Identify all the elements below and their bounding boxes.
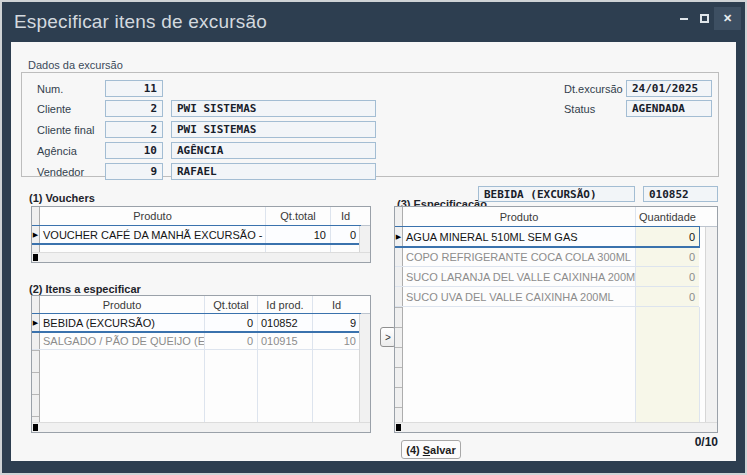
spec-quantidade-cell[interactable]: 0 — [635, 227, 699, 246]
spec-quantidade-cell[interactable]: 0 — [635, 287, 699, 306]
vouchers-section-label: (1) Vouchers — [29, 192, 95, 204]
vouchers-col-qttotal: Qt.total — [265, 207, 330, 225]
maximize-button[interactable] — [694, 7, 714, 30]
scrollbar-thumb[interactable] — [33, 424, 38, 431]
row-selector-cell — [395, 287, 403, 306]
cliente-label: Cliente — [37, 103, 71, 115]
cliente-final-name-field[interactable]: PWI SISTEMAS — [171, 121, 376, 138]
close-icon: ✕ — [723, 13, 732, 24]
save-button[interactable]: (4) Salvar — [401, 440, 461, 459]
scrollbar-thumb[interactable] — [396, 424, 401, 431]
itens-grid-empty-area — [32, 350, 370, 422]
especificacao-grid[interactable]: Produto Quantidade ▶ AGUA MINERAL 510ML … — [394, 206, 718, 433]
itens-col-produto: Produto — [40, 296, 204, 313]
scrollbar-thumb[interactable] — [33, 254, 38, 261]
itens-col-qttotal: Qt.total — [204, 296, 257, 313]
save-button-prefix: (4) — [406, 444, 423, 456]
vouchers-vertical-scrollbar[interactable] — [359, 226, 370, 252]
current-row-icon: ▶ — [396, 233, 401, 240]
item-idprod-cell: 010915 — [257, 332, 312, 349]
save-button-rest: alvar — [430, 444, 456, 456]
especificacao-id-field[interactable]: 010852 — [643, 186, 718, 202]
especificacao-row[interactable]: SUCO LARANJA DEL VALLE CAIXINHA 200ML 0 — [395, 267, 699, 287]
vouchers-grid[interactable]: Produto Qt.total Id ▶ VOUCHER CAFÉ DA MA… — [31, 206, 371, 263]
especificacao-row[interactable]: SUCO UVA DEL VALLE CAIXINHA 200ML 0 — [395, 287, 699, 307]
vouchers-grid-empty-area — [32, 244, 370, 252]
spec-quantidade-cell[interactable]: 0 — [635, 247, 699, 266]
itens-horizontal-scrollbar[interactable] — [32, 422, 370, 432]
agencia-name-field[interactable]: AGÊNCIA — [171, 142, 376, 159]
itens-row[interactable]: ▶ BEBIDA (EXCURSÃO) 0 010852 9 — [32, 314, 360, 332]
num-field[interactable]: 11 — [105, 80, 163, 97]
dt-excursao-label: Dt.excursão — [564, 83, 623, 95]
minimize-icon — [680, 18, 688, 20]
row-selector-header — [32, 207, 40, 225]
cliente-final-label: Cliente final — [37, 124, 94, 136]
especificacao-vertical-scrollbar[interactable] — [705, 227, 717, 422]
current-row-icon: ▶ — [33, 231, 38, 238]
itens-col-idprod: Id prod. — [257, 296, 312, 313]
vouchers-horizontal-scrollbar[interactable] — [32, 252, 370, 262]
cliente-final-id-field[interactable]: 2 — [105, 121, 163, 138]
agencia-id-field[interactable]: 10 — [105, 142, 163, 159]
agencia-label: Agência — [37, 145, 77, 157]
item-idprod-cell: 010852 — [257, 314, 312, 331]
vendedor-name-field[interactable]: RAFAEL — [171, 163, 376, 180]
spec-produto-cell: SUCO LARANJA DEL VALLE CAIXINHA 200ML — [403, 267, 635, 286]
vouchers-col-produto: Produto — [40, 207, 265, 225]
titlebar[interactable]: Especificar itens de excursão ✕ — [2, 2, 745, 42]
voucher-produto-cell: VOUCHER CAFÉ DA MANHÃ EXCURSÃO - R$25,00 — [40, 226, 265, 243]
excursion-group-title: Dados da excursão — [24, 59, 127, 71]
window-title: Especificar itens de excursão — [14, 11, 267, 33]
itens-section-label: (2) Itens a especificar — [29, 283, 141, 295]
dt-excursao-field[interactable]: 24/01/2025 — [626, 80, 712, 97]
maximize-icon — [700, 14, 709, 23]
window-controls: ✕ — [674, 7, 741, 30]
spec-produto-cell: SUCO UVA DEL VALLE CAIXINHA 200ML — [403, 287, 635, 306]
especificacao-row[interactable]: ▶ AGUA MINERAL 510ML SEM GAS 0 — [395, 227, 699, 247]
especificacao-col-produto: Produto — [403, 207, 635, 226]
status-label: Status — [564, 103, 595, 115]
close-button[interactable]: ✕ — [714, 7, 741, 30]
itens-row[interactable]: SALGADO / PÃO DE QUEIJO (EXCURSÃO) 0 010… — [32, 332, 360, 350]
row-selector-cell — [32, 332, 40, 349]
voucher-qttotal-cell: 10 — [265, 226, 330, 243]
row-selector-header — [32, 296, 40, 313]
spec-quantidade-cell[interactable]: 0 — [635, 267, 699, 286]
vendedor-label: Vendedor — [37, 166, 84, 178]
row-selector-cell: ▶ — [395, 227, 403, 246]
itens-vertical-scrollbar[interactable] — [359, 314, 370, 422]
item-qttotal-cell: 0 — [204, 314, 257, 331]
row-selector-header — [395, 207, 403, 226]
status-field[interactable]: AGENDADA — [626, 100, 712, 117]
item-qttotal-cell: 0 — [204, 332, 257, 349]
num-label: Num. — [37, 83, 63, 95]
especificacao-item-field[interactable]: BEBIDA (EXCURSÃO) — [478, 186, 635, 202]
vendedor-id-field[interactable]: 9 — [105, 163, 163, 180]
vouchers-col-id: Id — [330, 207, 360, 225]
row-selector-cell — [395, 267, 403, 286]
row-selector-cell: ▶ — [32, 226, 40, 243]
itens-col-id: Id — [312, 296, 360, 313]
save-button-accelerator: S — [423, 444, 430, 456]
especificacao-row[interactable]: COPO REFRIGERANTE COCA COLA 300ML 0 — [395, 247, 699, 267]
vouchers-row[interactable]: ▶ VOUCHER CAFÉ DA MANHÃ EXCURSÃO - R$25,… — [32, 226, 360, 244]
cliente-name-field[interactable]: PWI SISTEMAS — [171, 100, 376, 117]
itens-grid[interactable]: Produto Qt.total Id prod. Id ▶ BEBIDA (E… — [31, 295, 371, 433]
current-row-icon: ▶ — [33, 319, 38, 326]
row-selector-cell: ▶ — [32, 314, 40, 331]
voucher-id-cell: 0 — [330, 226, 360, 243]
quantity-counter: 0/10 — [695, 435, 718, 449]
especificacao-col-quantidade: Quantidade — [635, 207, 699, 226]
especificacao-grid-empty-area — [395, 307, 717, 422]
dialog-body: Dados da excursão Num. 11 Cliente 2 PWI … — [11, 42, 736, 461]
item-id-cell: 9 — [312, 314, 360, 331]
row-selector-cell — [395, 247, 403, 266]
spec-produto-cell: COPO REFRIGERANTE COCA COLA 300ML — [403, 247, 635, 266]
especificacao-horizontal-scrollbar[interactable] — [395, 422, 717, 432]
item-produto-cell: BEBIDA (EXCURSÃO) — [40, 314, 204, 331]
item-produto-cell: SALGADO / PÃO DE QUEIJO (EXCURSÃO) — [40, 332, 204, 349]
item-id-cell: 10 — [312, 332, 360, 349]
cliente-id-field[interactable]: 2 — [105, 100, 163, 117]
minimize-button[interactable] — [674, 7, 694, 30]
